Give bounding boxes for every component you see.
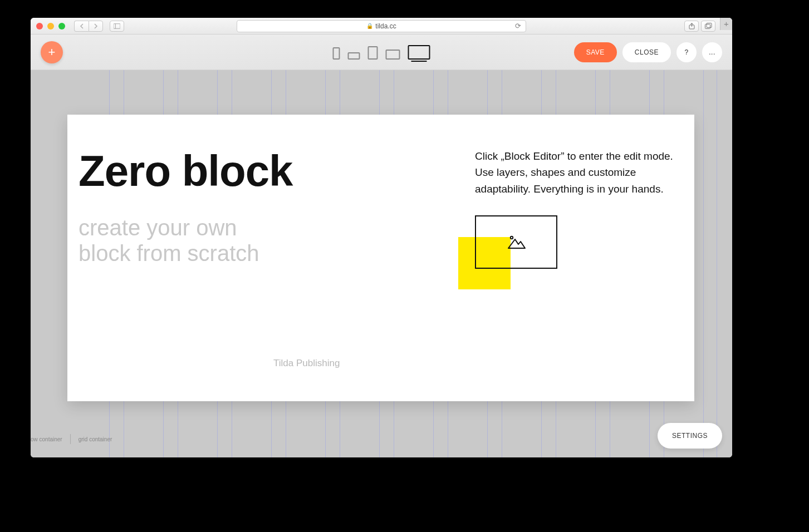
share-button[interactable] [684,21,699,32]
device-tablet-portrait[interactable] [368,46,378,60]
save-button[interactable]: SAVE [574,42,617,62]
hint-grid-container[interactable]: grid container [79,436,112,442]
page-subtitle[interactable]: create your ownblock from scratch [79,215,259,266]
device-preview-switcher [333,45,430,60]
url-text: tilda.cc [375,22,396,30]
device-tablet-landscape[interactable] [386,50,400,60]
window-close-button[interactable] [36,23,43,29]
sidebar-toggle-button[interactable] [110,21,124,32]
settings-button[interactable]: SETTINGS [658,423,722,449]
help-button[interactable]: ? [676,42,697,62]
device-phone-landscape[interactable] [348,52,360,60]
add-block-button[interactable]: + [41,41,63,63]
close-button[interactable]: CLOSE [622,42,671,62]
tabs-button[interactable] [701,21,715,32]
forward-button[interactable] [89,21,103,32]
window-minimize-button[interactable] [47,23,54,29]
window-controls [36,23,65,29]
container-hints: ow container grid container [31,434,112,444]
browser-window: 🔒 tilda.cc ⟳ + + SAVE [31,18,732,457]
more-button[interactable]: ... [702,42,722,62]
canvas[interactable]: Zero block create your ownblock from scr… [31,70,732,457]
hint-separator [70,434,71,444]
address-bar[interactable]: 🔒 tilda.cc ⟳ [237,20,526,32]
window-maximize-button[interactable] [58,23,65,29]
nav-buttons [74,21,103,32]
new-tab-button[interactable]: + [720,18,732,30]
reload-icon[interactable]: ⟳ [515,22,521,30]
mountain-icon [505,234,527,250]
page-title[interactable]: Zero block [79,146,292,196]
app-viewport: + SAVE CLOSE ? ... Zero block create you… [31,35,732,457]
page-description[interactable]: Click „Block Editor” to enter the edit m… [475,148,673,197]
hint-window-container[interactable]: ow container [31,436,62,442]
browser-titlebar: 🔒 tilda.cc ⟳ + [31,18,732,35]
back-button[interactable] [74,21,89,32]
editor-topbar: + SAVE CLOSE ? ... [31,35,732,70]
device-phone-portrait[interactable] [333,47,340,60]
credit-text[interactable]: Tilda Publishing [273,358,340,369]
artboard[interactable]: Zero block create your ownblock from scr… [67,115,694,401]
device-desktop[interactable] [408,45,430,60]
svg-point-5 [511,237,513,239]
svg-rect-3 [705,24,710,29]
svg-rect-4 [707,23,712,28]
image-placeholder[interactable] [475,215,557,269]
svg-rect-0 [114,23,120,28]
lock-icon: 🔒 [366,23,373,29]
